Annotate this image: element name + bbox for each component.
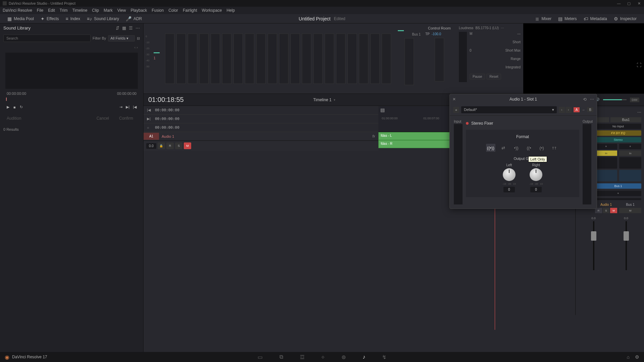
dynamics-a1[interactable] [595,157,617,169]
pause-button[interactable]: Pause [470,74,485,79]
mixer-button[interactable]: ⫼Mixer [532,15,555,23]
left-gain-value[interactable]: 0 [503,187,515,192]
volume-slider[interactable] [603,99,627,100]
menu-item[interactable]: DaVinci Resolve [3,8,32,13]
menu-item[interactable]: Color [168,8,178,13]
menu-item[interactable]: Help [226,8,235,13]
index-button[interactable]: ≡Index [62,15,84,23]
menu-item[interactable]: View [117,8,126,13]
next-clip-icon[interactable]: ▶| [126,105,129,109]
sort-icon[interactable]: ⇵ [116,25,119,31]
timeline-name[interactable]: Timeline 1 [313,98,332,102]
menu-item[interactable]: Trim [60,8,68,13]
mute-button[interactable]: M [184,142,191,149]
left-gain-knob[interactable] [503,168,516,181]
effects-in-a1[interactable]: In [595,150,617,156]
close-icon[interactable]: ✕ [634,0,644,7]
jump-end-icon[interactable]: ▶| [147,117,152,121]
right-gain-knob[interactable] [530,168,542,181]
record-arm-button[interactable]: R [166,142,174,149]
reset-icon[interactable]: ⟲ [583,97,587,102]
jump-start-icon[interactable]: |◀ [147,108,152,112]
adr-button[interactable]: 🎤ADR [122,15,145,23]
effects-button[interactable]: ✦Effects [37,15,62,23]
right-gain-value[interactable]: 0 [530,187,542,192]
input-select[interactable]: No Input [595,124,641,129]
list-view-icon[interactable]: ☰ [129,25,133,31]
menu-item[interactable]: Playback [130,8,147,13]
settings-icon[interactable]: ⚙ [635,354,639,360]
group-select[interactable] [595,198,641,200]
eq-bus1[interactable] [619,170,641,181]
grid-view-icon[interactable]: ▦ [122,25,126,31]
dim-button[interactable]: DIM [630,98,640,102]
order-value[interactable]: FX DY EQ [595,130,641,136]
fusion-page-icon[interactable]: ⟐ [321,354,325,360]
duration-icon[interactable]: ○ [147,126,152,130]
lock-icon[interactable]: 🔒 [158,142,165,149]
preset-select[interactable]: Default*▾ [461,106,557,113]
more-icon[interactable]: ⋯ [501,26,504,30]
menu-item[interactable]: Timeline [72,8,87,13]
track-index[interactable]: A1 [144,133,159,140]
ab-b-button[interactable]: B [587,107,593,112]
more-icon[interactable]: ⋯ [590,97,594,102]
fader-bus1[interactable] [626,221,627,270]
play-icon[interactable]: ▶ [7,105,9,109]
color-page-icon[interactable]: ⊚ [341,354,346,360]
menu-item[interactable]: File [37,8,43,13]
bus-output[interactable]: Bus 1 [595,183,641,189]
channel-bus1[interactable]: Bus1 [610,117,641,122]
format-mic-icon[interactable]: ⫯⫯ [550,144,559,152]
edit-page-icon[interactable]: ☲ [300,354,305,360]
stop-icon[interactable]: ■ [13,105,16,109]
minimize-icon[interactable]: — [614,0,624,7]
inspector-button[interactable]: ⚙Inspector [610,15,640,23]
format-left-only-icon[interactable]: ((• [524,144,534,152]
format-mono-icon[interactable]: (•) [537,144,546,152]
filter-settings-icon[interactable]: ⊟ [137,36,140,41]
menu-item[interactable]: Workspace [202,8,222,13]
stereo-value[interactable]: Stereo [595,137,641,142]
track-fx[interactable]: fx [372,134,375,138]
fairlight-page-icon[interactable]: ♪ [363,354,365,360]
menu-item[interactable]: Clip [92,8,99,13]
solo-button[interactable]: S [175,142,182,149]
menu-item[interactable]: Fusion [152,8,164,13]
timeline-view-icon[interactable]: ▤ [380,107,385,113]
home-icon[interactable]: ⌂ [627,354,630,360]
track-header[interactable]: A1 Audio 1 fx [144,132,378,141]
loop-icon[interactable]: ↻ [20,105,23,109]
dynamics-bus1[interactable] [619,157,641,169]
expand-icon[interactable]: ⛶ [637,62,641,68]
bus-add[interactable]: + [595,191,641,196]
add-preset-button[interactable]: + [453,107,459,113]
chevron-down-icon[interactable]: ▾ [334,98,335,102]
media-page-icon[interactable]: ▭ [258,354,263,360]
scrubber[interactable] [6,98,137,100]
audition-button[interactable]: Audition [7,116,21,121]
next-icon[interactable]: › [137,45,138,49]
format-swap-icon[interactable]: ⇄ [499,144,508,152]
close-icon[interactable]: ✕ [452,97,456,102]
menu-item[interactable]: Fairlight [183,8,197,13]
prev-preset-icon[interactable]: ‹ [559,107,565,113]
menu-item[interactable]: Edit [48,8,55,13]
cut-page-icon[interactable]: ⧉ [279,354,283,360]
fx-add[interactable]: + [595,144,617,149]
eq-a1[interactable] [595,170,617,181]
mute-button[interactable]: M [610,208,617,213]
prev-icon[interactable]: ‹ [135,45,136,49]
fx-add[interactable]: + [619,144,641,149]
format-stereo-icon[interactable]: ((•)) [486,144,495,152]
format-right-icon[interactable]: •)) [512,144,521,152]
prev-clip-icon[interactable]: |◀ [133,105,137,109]
maximize-icon[interactable]: ▢ [624,0,634,7]
meters-button[interactable]: ▤Meters [555,15,580,23]
fader-a1[interactable] [593,221,594,270]
sound-library-button[interactable]: ≡♪Sound Library [84,15,122,23]
ab-arrow-icon[interactable]: → [580,107,586,112]
more-icon[interactable]: ⋯ [637,110,641,115]
media-pool-button[interactable]: ▦Media Pool [4,15,37,23]
search-input[interactable] [3,35,91,42]
